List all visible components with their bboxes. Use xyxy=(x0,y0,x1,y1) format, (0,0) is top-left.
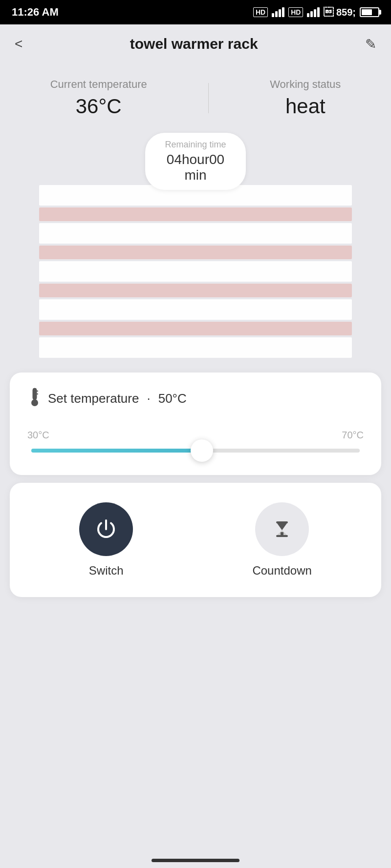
working-status-stat: Working status heat xyxy=(270,78,341,118)
svg-rect-4 xyxy=(276,521,288,523)
rack-bar-5 xyxy=(39,337,352,358)
stats-section: Current temperature 36°C Working status … xyxy=(0,63,391,128)
hd-badge: HD xyxy=(253,7,268,17)
status-time: 11:26 AM xyxy=(12,6,59,19)
rack-bar-warm-3 xyxy=(39,284,352,297)
home-indicator xyxy=(152,859,239,862)
current-temp-stat: Current temperature 36°C xyxy=(50,78,147,118)
switch-button[interactable] xyxy=(79,502,133,556)
countdown-control[interactable]: Countdown xyxy=(252,502,311,578)
countdown-button[interactable] xyxy=(255,502,309,556)
thermometer-icon xyxy=(27,387,42,410)
svg-rect-6 xyxy=(281,532,283,535)
temp-dot: · xyxy=(147,391,150,406)
wifi-icon:  859; xyxy=(324,7,356,18)
slider-min-label: 30°C xyxy=(27,430,49,441)
header: < towel warmer rack ✎ xyxy=(0,24,391,63)
back-button[interactable]: < xyxy=(15,36,22,52)
remaining-pill: Remaining time 04hour00min xyxy=(145,133,245,190)
svg-point-3 xyxy=(31,399,38,406)
switch-label: Switch xyxy=(89,564,124,578)
status-icons: HD HD  859; xyxy=(253,7,379,18)
temp-header: Set temperature · 50°C xyxy=(27,387,364,410)
stats-divider xyxy=(208,83,209,113)
slider-max-label: 70°C xyxy=(342,430,364,441)
current-temp-label: Current temperature xyxy=(50,78,147,91)
remaining-section: Remaining time 04hour00min xyxy=(0,133,391,190)
current-temp-value: 36°C xyxy=(50,95,147,118)
slider-fill xyxy=(31,449,202,453)
working-status-label: Working status xyxy=(270,78,341,91)
temp-title: Set temperature xyxy=(48,391,139,406)
page-title: towel warmer rack xyxy=(130,36,258,52)
slider-labels: 30°C 70°C xyxy=(27,430,364,441)
working-status-value: heat xyxy=(270,95,341,118)
temperature-card: Set temperature · 50°C 30°C 70°C xyxy=(10,372,381,475)
towel-rack-visual xyxy=(39,185,352,358)
battery-icon xyxy=(360,7,379,17)
remaining-value: 04hour00min xyxy=(165,152,226,183)
rack-bar-warm-1 xyxy=(39,207,352,221)
rack-bar-warm-4 xyxy=(39,322,352,335)
temperature-slider-container: 30°C 70°C xyxy=(27,425,364,457)
hd-badge-2: HD xyxy=(288,7,303,17)
signal-bars-2 xyxy=(307,7,320,17)
power-icon xyxy=(93,517,119,542)
rack-bar-2 xyxy=(39,223,352,244)
countdown-label: Countdown xyxy=(252,564,311,578)
slider-track[interactable] xyxy=(31,449,360,453)
edit-button[interactable]: ✎ xyxy=(365,36,376,52)
temp-set-value: 50°C xyxy=(158,391,187,406)
rack-bar-4 xyxy=(39,299,352,320)
status-bar: 11:26 AM HD HD  859; xyxy=(0,0,391,24)
slider-thumb[interactable] xyxy=(191,439,213,462)
hourglass-icon xyxy=(271,518,293,540)
rack-bar-3 xyxy=(39,261,352,282)
rack-bar-warm-2 xyxy=(39,246,352,259)
remaining-label: Remaining time xyxy=(165,140,226,150)
controls-card: Switch Countdown xyxy=(10,483,381,597)
signal-bars-1 xyxy=(272,7,284,17)
svg-rect-5 xyxy=(276,535,288,537)
switch-control[interactable]: Switch xyxy=(79,502,133,578)
